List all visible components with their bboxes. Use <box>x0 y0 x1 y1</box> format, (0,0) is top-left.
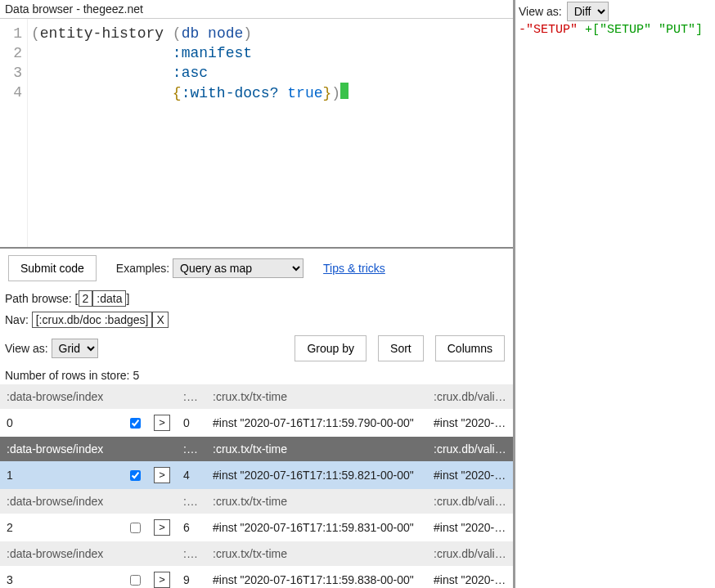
col-header-dots[interactable]: :… <box>177 489 206 514</box>
cell-expand: > <box>147 409 177 437</box>
examples-select[interactable]: Query as map <box>173 258 304 278</box>
viewas-row: View as: Grid <box>0 336 103 361</box>
col-header-index[interactable]: :data-browse/index <box>0 489 147 514</box>
editor-content[interactable]: (entity-history (db node) :manifest :asc… <box>28 19 513 247</box>
cell-txtime: #inst "2020-07-16T17:11:59.821-00-00" <box>206 461 427 489</box>
cell-expand: > <box>147 514 177 541</box>
table-row[interactable]: 3>9#inst "2020-07-16T17:11:59.838-00-00"… <box>0 566 513 588</box>
table-header-row: :data-browse/index:…:crux.tx/tx-time:cru… <box>0 489 513 514</box>
col-header-valid[interactable]: :crux.db/valid-time <box>427 384 513 409</box>
col-header-txtime[interactable]: :crux.tx/tx-time <box>206 437 427 461</box>
cell-txtime: #inst "2020-07-16T17:11:59.790-00-00" <box>206 409 427 437</box>
col-header-expand <box>147 489 177 514</box>
table-row[interactable]: 2>6#inst "2020-07-16T17:11:59.831-00-00"… <box>0 514 513 541</box>
path-seg-data[interactable]: :data <box>92 290 126 307</box>
editor-toolbar: Submit code Examples: Query as map Tips … <box>0 247 513 288</box>
right-viewas-label: View as: <box>519 5 562 18</box>
cell-valid: #inst "2020-07-16T1 <box>427 566 513 588</box>
cell-index: 0 <box>0 409 147 437</box>
col-header-expand <box>147 437 177 461</box>
code-editor[interactable]: 1 2 3 4 (entity-history (db node) :manif… <box>0 18 513 247</box>
col-header-expand <box>147 541 177 566</box>
nav-row: Nav: [:crux.db/doc :badges]X <box>0 309 513 330</box>
cell-dots: 4 <box>177 461 206 489</box>
table-header-row: :data-browse/index:…:crux.tx/tx-time:cru… <box>0 384 513 409</box>
cell-expand: > <box>147 566 177 588</box>
row-checkbox[interactable] <box>130 575 141 586</box>
cell-index: 3 <box>0 566 147 588</box>
cell-index: 1 <box>0 461 147 489</box>
editor-gutter: 1 2 3 4 <box>0 19 28 247</box>
table-header-row: :data-browse/index:…:crux.tx/tx-time:cru… <box>0 437 513 461</box>
expand-button[interactable]: > <box>154 415 170 431</box>
expand-button[interactable]: > <box>154 572 170 588</box>
col-header-valid[interactable]: :crux.db/valid-time <box>427 541 513 566</box>
cell-valid: #inst "2020-07-16T1 <box>427 514 513 541</box>
tips-link[interactable]: Tips & tricks <box>323 262 385 275</box>
col-header-dots[interactable]: :… <box>177 384 206 409</box>
examples-label: Examples: <box>116 262 169 275</box>
submit-code-button[interactable]: Submit code <box>8 255 97 281</box>
cell-expand: > <box>147 461 177 489</box>
editor-cursor <box>340 83 349 99</box>
col-header-expand <box>147 384 177 409</box>
table-row[interactable]: 0>0#inst "2020-07-16T17:11:59.790-00-00"… <box>0 409 513 437</box>
row-checkbox[interactable] <box>130 523 141 533</box>
columns-button[interactable]: Columns <box>435 335 505 361</box>
sort-button[interactable]: Sort <box>378 335 424 361</box>
cell-txtime: #inst "2020-07-16T17:11:59.831-00-00" <box>206 514 427 541</box>
col-header-valid[interactable]: :crux.db/valid-time <box>427 437 513 461</box>
cell-index: 2 <box>0 514 147 541</box>
col-header-dots[interactable]: :… <box>177 541 206 566</box>
path-seg-2[interactable]: 2 <box>79 290 93 307</box>
grid-actions: Group by Sort Columns <box>286 330 513 366</box>
col-header-index[interactable]: :data-browse/index <box>0 437 147 461</box>
window-title: Data browser - thegeez.net <box>0 0 513 18</box>
diff-pane: View as: Diff -"SETUP" +["SETUP" "PUT"] <box>515 0 715 588</box>
cell-txtime: #inst "2020-07-16T17:11:59.838-00-00" <box>206 566 427 588</box>
cell-valid: #inst "2020-07-16T1 <box>427 409 513 437</box>
row-count-label: Number of rows in store: 5 <box>0 366 513 384</box>
cell-dots: 6 <box>177 514 206 541</box>
col-header-txtime[interactable]: :crux.tx/tx-time <box>206 541 427 566</box>
cell-valid: #inst "2020-07-16T1 <box>427 461 513 489</box>
col-header-valid[interactable]: :crux.db/valid-time <box>427 489 513 514</box>
col-header-index[interactable]: :data-browse/index <box>0 541 147 566</box>
table-header-row: :data-browse/index:…:crux.tx/tx-time:cru… <box>0 541 513 566</box>
nav-seg[interactable]: [:crux.db/doc :badges] <box>32 312 153 328</box>
col-header-txtime[interactable]: :crux.tx/tx-time <box>206 384 427 409</box>
col-header-index[interactable]: :data-browse/index <box>0 384 147 409</box>
row-checkbox[interactable] <box>130 470 141 481</box>
row-checkbox[interactable] <box>130 418 141 429</box>
data-grid: :data-browse/index:…:crux.tx/tx-time:cru… <box>0 384 513 588</box>
nav-close-button[interactable]: X <box>152 312 168 328</box>
cell-dots: 0 <box>177 409 206 437</box>
path-browse: Path browse: [2:data] <box>0 288 513 309</box>
viewas-select[interactable]: Grid <box>52 339 98 358</box>
expand-button[interactable]: > <box>154 519 170 536</box>
col-header-txtime[interactable]: :crux.tx/tx-time <box>206 489 427 514</box>
cell-dots: 9 <box>177 566 206 588</box>
expand-button[interactable]: > <box>154 467 170 483</box>
diff-content: -"SETUP" +["SETUP" "PUT"] <box>519 23 712 37</box>
group-by-button[interactable]: Group by <box>295 335 366 361</box>
table-row[interactable]: 1>4#inst "2020-07-16T17:11:59.821-00-00"… <box>0 461 513 489</box>
right-viewas-select[interactable]: Diff <box>567 2 609 21</box>
col-header-dots[interactable]: :… <box>177 437 206 461</box>
